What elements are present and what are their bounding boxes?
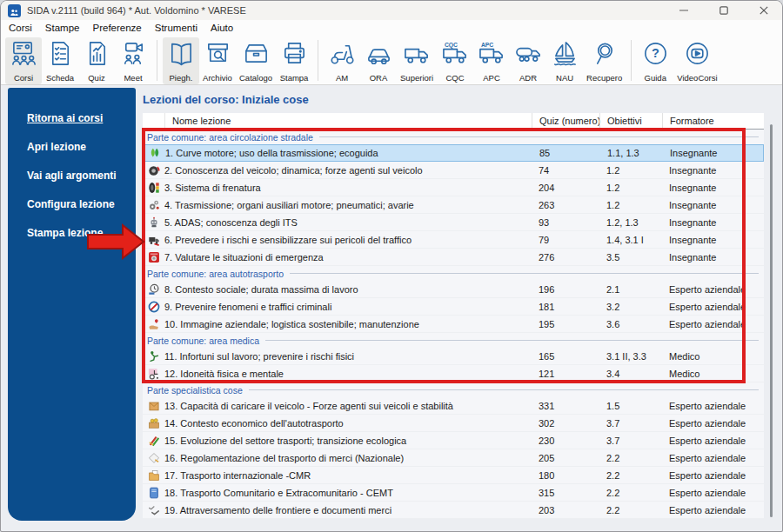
lesson-row[interactable]: 6. Prevedere i rischi e sensibilizzare s… [143,231,764,249]
lesson-name: 5. ADAS; conoscenza degli ITS [164,217,532,228]
lesson-name: 15. Evoluzione del settore trasporti; tr… [164,436,532,446]
section-header-parte-comune-area-circolazione-stradale: Parte comune: area circolazione stradale [143,130,764,144]
open-book-icon [168,39,195,67]
lesson-row[interactable]: 4. Trasmissione; organi ausiliari motore… [143,196,764,214]
lesson-obiettivi: 3.4 [599,369,662,379]
vertical-scrollbar[interactable] [770,124,773,517]
toolbar-button-catalogo[interactable]: Catalogo [236,37,276,84]
lesson-name: 17. Trasporto internazionale -CMR [164,470,532,481]
toolbar-button-stampa[interactable]: Stampa [276,37,312,84]
eco-leaves-icon [144,147,165,159]
menu-item-stampe[interactable]: Stampe [45,23,80,33]
toolbar-button-label: Superiori [400,73,433,83]
lesson-formatore: Insegnante [663,148,763,158]
lesson-row[interactable]: 3. Sistema di frenatura2041.2Insegnante [143,179,764,196]
lesson-row[interactable]: 11. Infortuni sul lavoro; prevenire i ri… [143,348,764,365]
tire-traffic-light-icon [143,182,164,194]
toolbar-button-archivio[interactable]: Archivio [199,37,236,84]
border-birds-icon [143,504,164,516]
toolbar-button-guida[interactable]: ?Guida [637,37,673,84]
video-meeting-icon [120,39,147,67]
lesson-obiettivi: 2.1 [599,284,662,295]
lesson-formatore: Esperto aziendale [662,436,764,446]
lesson-obiettivi: 1.2 [599,183,662,193]
app-logo-icon [8,4,21,17]
lesson-row[interactable]: 10. Immagine aziendale; logistica sosten… [143,316,764,333]
lesson-name: 11. Infortuni sul lavoro; prevenire i ri… [164,351,532,362]
column-header-quiz-numero[interactable]: Quiz (numero) [532,113,599,129]
video-play-circle-icon [684,39,711,67]
lesson-row[interactable]: 18. Trasporto Comunitario e Extracomunit… [143,484,764,502]
close-button[interactable] [754,3,773,18]
lesson-obiettivi: 1.1, 1.3 [600,148,663,158]
toolbar-button-ora[interactable]: ORA [360,37,397,84]
toolbar-button-label: Guida [645,73,666,83]
toolbar-button-quiz[interactable]: Quiz [78,37,115,84]
physical-training-icon [143,350,164,362]
toolbar-button-superiori[interactable]: Superiori [397,37,437,84]
lesson-row[interactable]: 19. Attraversamento delle frontiere e do… [143,502,764,519]
toolbar-button-corsi[interactable]: Corsi [5,37,42,84]
menu-item-aiuto[interactable]: Aiuto [211,23,233,33]
lesson-name: 4. Trasmissione; organi ausiliari motore… [164,200,532,210]
lesson-row[interactable]: 9. Prevenire fenomeni e traffici crimina… [143,298,764,316]
quiz-doc-icon [84,39,110,67]
lesson-row[interactable]: 12. Idoneità fisica e mentale1213.4Medic… [143,365,764,382]
column-header-formatore[interactable]: Formatore [662,113,764,129]
lesson-name: 16. Regolamentazione del trasporto di me… [164,453,532,463]
window-title: SIDA v.2111 (build 964) * Aut. Voldomino… [27,5,246,16]
column-header-nome-lezione[interactable]: Nome lezione [164,113,532,129]
lesson-name: 1. Curve motore; uso della trasmissione;… [165,148,532,158]
lesson-row[interactable]: 13. Capacità di caricare il veicolo - Fo… [143,397,764,415]
sidebar-item-configura-lezione[interactable]: Configura lezione [8,190,136,218]
section-label: Parte comune: area circolazione stradale [147,132,313,143]
toolbar-button-meet[interactable]: Meet [115,37,151,84]
lesson-row[interactable]: 8. Contesto sociale; durata massima di l… [143,281,764,298]
toolbar-button-scheda[interactable]: Scheda [42,37,78,84]
lesson-row[interactable]: 16. Regolamentazione del trasporto di me… [143,449,764,467]
lesson-row[interactable]: 7. Valutare le situazioni di emergenza27… [143,249,764,266]
money-box-icon [143,417,164,429]
sailboat-icon [552,39,579,67]
toolbar-button-apc[interactable]: APCAPC [473,37,510,84]
sidebar-item-stampa-lezione[interactable]: Stampa lezione [8,218,136,247]
lesson-quiz-count: 165 [532,351,599,362]
lesson-row[interactable]: 14. Contesto economico dell'autotrasport… [143,415,764,432]
toolbar-button-am[interactable]: AM [324,37,360,84]
scooter-icon [329,39,356,67]
lesson-row[interactable]: 1. Curve motore; uso della trasmissione;… [143,144,764,162]
menu-item-preferenze[interactable]: Preferenze [92,23,141,33]
no-entry-icon [143,301,164,313]
lesson-row[interactable]: 2. Conoscenza del veicolo; dinamica; for… [143,162,764,179]
minimize-button[interactable] [674,3,693,18]
lesson-row[interactable]: 15. Evoluzione del settore trasporti; tr… [143,432,764,449]
lesson-name: 19. Attraversamento delle frontiere e do… [164,505,532,515]
lesson-formatore: Insegnante [662,165,764,176]
toolbar-button-label: Recupero [586,73,622,83]
menu-item-strumenti[interactable]: Strumenti [155,23,197,33]
lesson-obiettivi: 1.5 [599,401,662,411]
lesson-quiz-count: 230 [532,436,599,446]
maximize-button[interactable] [714,3,733,18]
lesson-row[interactable]: 5. ADAS; conoscenza degli ITS931.2, 1.3I… [143,214,764,231]
toolbar-button-cqc[interactable]: CQCCQC [437,37,473,84]
column-header-obiettivi[interactable]: Obiettivi [599,113,662,129]
menu-item-corsi[interactable]: Corsi [9,23,32,33]
lesson-row[interactable]: 17. Trasporto internazionale -CMR1802.2E… [143,467,764,484]
toolbar-button-videocorsi[interactable]: VideoCorsi [673,37,720,84]
lesson-obiettivi: 1.4, 3.1 I [599,235,662,245]
sidebar-item-apri-lezione[interactable]: Apri lezione [8,132,136,161]
toolbar-button-adr[interactable]: ADR [510,37,546,84]
truck-cqc-icon: CQC [442,39,469,67]
toolbar-button-label: ADR [519,73,537,83]
toolbar-button-nau[interactable]: NAU [546,37,583,84]
lesson-obiettivi: 2.2 [599,470,662,481]
lesson-quiz-count: 195 [532,319,599,329]
sidebar-item-ritorna-ai-corsi[interactable]: Ritorna ai corsi [8,103,136,132]
section-header-parte-comune-area-autotrasporto: Parte comune: area autotrasporto [143,266,764,281]
toolbar-button-label: AM [336,73,348,83]
toolbar-button-recupero[interactable]: Recupero [583,37,626,84]
toolbar-button-label: Stampa [280,73,309,83]
sidebar-item-vai-agli-argomenti[interactable]: Vai agli argomenti [8,161,136,190]
toolbar-button-piegh[interactable]: Piegh. [163,37,199,84]
